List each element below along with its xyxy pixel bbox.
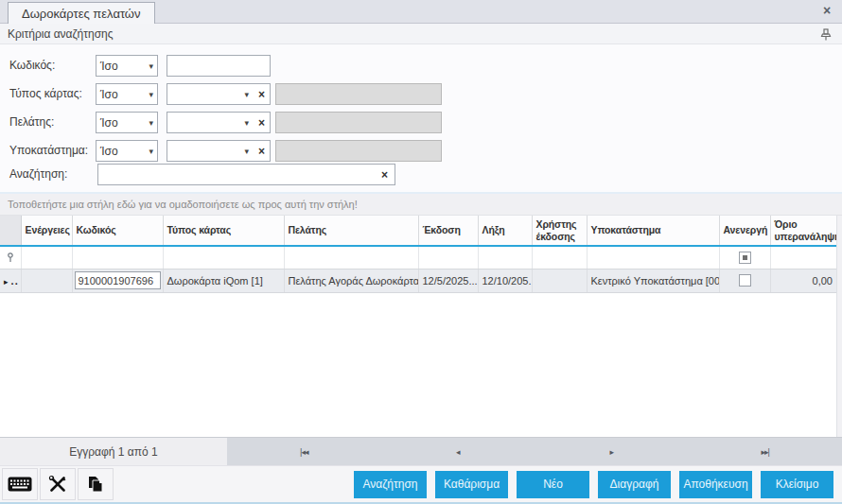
- filter-cell-customer[interactable]: [284, 246, 418, 269]
- table-row[interactable]: ▸ .. 9100001907696 Δωροκάρτα iQom [1] Πε…: [0, 269, 836, 292]
- cell-card-type[interactable]: Δωροκάρτα iQom [1]: [163, 269, 284, 292]
- save-button[interactable]: Αποθήκευση: [679, 471, 752, 498]
- tab-gift-cards[interactable]: Δωροκάρτες πελατών: [8, 2, 155, 24]
- results-grid-panel: Τοποθετήστε μια στήλη εδώ για να ομαδοπο…: [0, 192, 842, 437]
- criteria-row-card-type: Τύπος κάρτας: Ίσο ▾ ▾ ×: [0, 83, 842, 105]
- search-label: Αναζήτηση:: [9, 167, 67, 181]
- col-header-actions[interactable]: Ενέργειες: [21, 216, 72, 246]
- chevron-down-icon: ▾: [149, 118, 153, 128]
- criteria-title: Κριτήρια αναζήτησης: [0, 27, 114, 41]
- auto-filter-row: [0, 246, 836, 269]
- close-icon[interactable]: ×: [819, 4, 834, 19]
- cell-actions[interactable]: [21, 269, 72, 292]
- inactive-checkbox[interactable]: [739, 274, 751, 287]
- bottom-toolbar: Αναζήτηση Καθάρισμα Νέο Διαγραφή Αποθήκε…: [0, 465, 842, 504]
- next-record-button[interactable]: ▸: [535, 438, 689, 465]
- col-header-customer[interactable]: Πελάτης: [284, 216, 418, 246]
- vertical-scrollbar[interactable]: [836, 216, 842, 437]
- previous-record-button[interactable]: ◂: [381, 438, 535, 465]
- row-more-icon[interactable]: ..: [11, 275, 19, 287]
- col-header-code[interactable]: Κωδικός: [72, 216, 163, 246]
- chevron-down-icon: ▾: [149, 147, 153, 156]
- cell-code[interactable]: 9100001907696: [72, 269, 163, 292]
- search-input[interactable]: [98, 165, 375, 183]
- new-button[interactable]: Νέο: [517, 471, 589, 498]
- col-header-issue[interactable]: Έκδοση: [418, 216, 478, 246]
- search-field: ×: [97, 164, 395, 185]
- tab-title: Δωροκάρτες πελατών: [22, 7, 141, 21]
- cell-branch[interactable]: Κεντρικό Υποκατάστημα [00]: [587, 269, 719, 292]
- clear-icon[interactable]: ×: [258, 116, 265, 130]
- clear-icon[interactable]: ×: [258, 145, 265, 158]
- col-header-overdraft-limit[interactable]: Όριο υπερανάληψης: [770, 216, 836, 246]
- cell-issue[interactable]: 12/5/2025...: [418, 269, 478, 292]
- code-label: Κωδικός:: [9, 59, 55, 72]
- card-type-operator-select[interactable]: Ίσο ▾: [96, 83, 158, 105]
- criteria-row-code: Κωδικός: Ίσο ▾: [0, 55, 842, 77]
- customer-lookup[interactable]: ▾ ×: [167, 112, 271, 133]
- filter-cell-overdraft[interactable]: [770, 246, 836, 269]
- card-type-lookup[interactable]: ▾ ×: [167, 83, 271, 105]
- pin-icon[interactable]: [819, 27, 833, 42]
- last-record-button[interactable]: ▸▸|: [689, 438, 842, 465]
- col-header-issue-user[interactable]: Χρήστης έκδοσης: [532, 216, 587, 246]
- branch-description-field: [275, 140, 442, 162]
- table-header-row: Ενέργειες Κωδικός Τύπος κάρτας Πελάτης Έ…: [0, 216, 836, 246]
- chevron-down-icon: ▾: [244, 147, 249, 156]
- criteria-row-customer: Πελάτης: Ίσο ▾ ▾ ×: [0, 112, 842, 133]
- row-expand-icon[interactable]: ▸: [4, 277, 9, 287]
- criteria-row-search: Αναζήτηση: ×: [0, 164, 842, 185]
- chevron-down-icon: ▾: [244, 118, 249, 128]
- filter-cell-expiry[interactable]: [478, 246, 532, 269]
- cell-inactive: [719, 269, 770, 292]
- filter-cell-actions[interactable]: [21, 246, 72, 269]
- cell-issue-user[interactable]: [532, 269, 587, 292]
- col-header-card-type[interactable]: Τύπος κάρτας: [163, 216, 284, 246]
- filter-cell-card-type[interactable]: [163, 246, 284, 269]
- branch-lookup[interactable]: ▾ ×: [167, 140, 271, 162]
- clear-button[interactable]: Καθάρισμα: [435, 471, 508, 498]
- col-header-branch[interactable]: Υποκατάστημα: [587, 216, 719, 246]
- chevron-down-icon: ▾: [149, 90, 153, 99]
- copy-button[interactable]: [78, 468, 114, 500]
- code-operator-value: Ίσο: [100, 60, 118, 73]
- code-input[interactable]: [167, 55, 271, 77]
- cell-overdraft[interactable]: 0,00: [770, 269, 836, 292]
- pager: |◂◂ ◂ ▸ ▸▸|: [227, 438, 842, 465]
- delete-button[interactable]: Διαγραφή: [598, 471, 671, 498]
- first-record-button[interactable]: |◂◂: [227, 438, 381, 465]
- clear-icon[interactable]: ×: [258, 88, 265, 101]
- filter-pin-icon: [0, 246, 21, 269]
- settings-button[interactable]: [40, 468, 76, 500]
- filter-cell-issue[interactable]: [418, 246, 478, 269]
- row-indicator-cell[interactable]: ▸ ..: [0, 269, 21, 292]
- search-button[interactable]: Αναζήτηση: [354, 471, 427, 498]
- col-header-expiry[interactable]: Λήξη: [478, 216, 532, 246]
- criteria-header: Κριτήρια αναζήτησης: [0, 24, 842, 44]
- criteria-row-branch: Υποκατάστημα: Ίσο ▾ ▾ ×: [0, 140, 842, 162]
- gift-cards-window: Δωροκάρτες πελατών × Κριτήρια αναζήτησης…: [0, 0, 842, 504]
- group-by-hint[interactable]: Τοποθετήστε μια στήλη εδώ για να ομαδοπο…: [0, 194, 842, 216]
- cell-customer[interactable]: Πελάτης Αγοράς Δωροκάρτας [...: [284, 269, 418, 292]
- tools-icon: [48, 475, 67, 494]
- customer-operator-select[interactable]: Ίσο ▾: [96, 112, 158, 133]
- col-header-inactive[interactable]: Ανενεργή: [719, 216, 770, 246]
- record-navigator: Εγγραφή 1 από 1 |◂◂ ◂ ▸ ▸▸|: [0, 437, 842, 465]
- clear-icon[interactable]: ×: [375, 168, 395, 182]
- keyboard-button[interactable]: [2, 468, 38, 500]
- inactive-filter-checkbox[interactable]: [739, 252, 751, 264]
- code-cell-editor[interactable]: 9100001907696: [75, 271, 161, 289]
- chevron-down-icon: ▾: [149, 61, 153, 71]
- close-button[interactable]: Κλείσιμο: [761, 471, 833, 498]
- filter-cell-issue-user[interactable]: [532, 246, 587, 269]
- keyboard-icon: [8, 477, 32, 492]
- chevron-down-icon: ▾: [244, 90, 249, 99]
- filter-cell-branch[interactable]: [587, 246, 719, 269]
- copy-icon: [87, 475, 104, 494]
- branch-operator-select[interactable]: Ίσο ▾: [96, 140, 158, 162]
- cell-expiry[interactable]: 12/10/205...: [478, 269, 532, 292]
- filter-cell-code[interactable]: [72, 246, 163, 269]
- results-table: Ενέργειες Κωδικός Τύπος κάρτας Πελάτης Έ…: [0, 216, 836, 293]
- branch-label: Υποκατάστημα:: [9, 144, 88, 157]
- code-operator-select[interactable]: Ίσο ▾: [96, 55, 158, 77]
